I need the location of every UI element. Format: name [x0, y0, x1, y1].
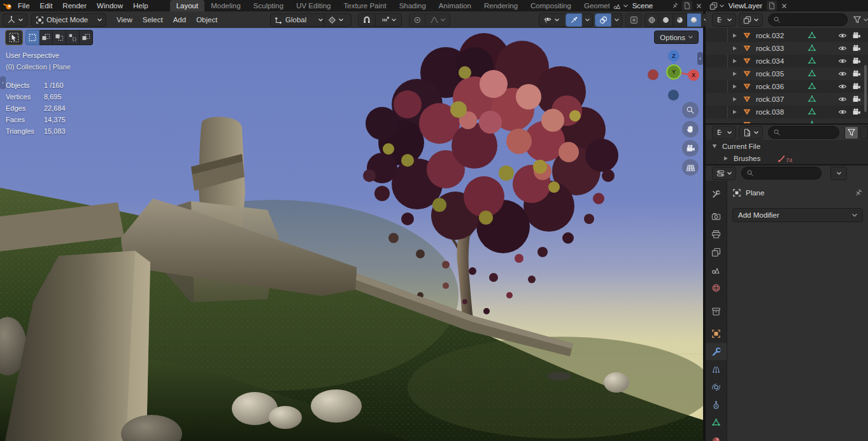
blendfile-filter-button[interactable]: [844, 126, 858, 139]
gizmo-y-axis[interactable]: Y: [666, 64, 681, 80]
transform-orientation-dropdown[interactable]: Global: [270, 13, 327, 27]
menu-add[interactable]: Add: [168, 16, 191, 24]
scene-selector[interactable]: Scene: [611, 1, 707, 11]
shading-material-button[interactable]: [673, 13, 687, 27]
object-name[interactable]: rock.034: [756, 57, 784, 65]
mode-dropdown[interactable]: Object Mode: [31, 13, 106, 27]
select-mode-new[interactable]: [25, 30, 39, 45]
expand-icon[interactable]: [723, 156, 729, 161]
menu-object[interactable]: Object: [191, 16, 222, 24]
visibility-dropdown[interactable]: [539, 13, 568, 27]
workspace-tab-uv-editing[interactable]: UV Editing: [290, 0, 337, 11]
outliner-display-mode-dropdown[interactable]: [739, 13, 763, 27]
outliner-search-input[interactable]: [768, 13, 848, 26]
outliner-editor-type-button[interactable]: [712, 13, 736, 27]
blendfile-display-mode-dropdown[interactable]: [739, 126, 763, 139]
new-viewlayer-button[interactable]: [767, 1, 777, 11]
hide-eye-icon[interactable]: [838, 95, 847, 104]
workspace-tab-sculpting[interactable]: Sculpting: [247, 0, 290, 11]
gizmo-z-axis[interactable]: Z: [668, 50, 679, 62]
disable-render-icon[interactable]: [852, 69, 861, 78]
hide-eye-icon[interactable]: [838, 44, 847, 53]
shading-rendered-button[interactable]: [687, 13, 701, 27]
tab-view-layer[interactable]: [706, 244, 727, 261]
show-gizmo-toggle[interactable]: [566, 13, 582, 27]
hide-eye-icon[interactable]: [838, 108, 847, 116]
tab-material[interactable]: [706, 432, 727, 441]
object-name[interactable]: rock.037: [756, 95, 784, 103]
expand-icon[interactable]: [732, 33, 737, 38]
tab-constraints[interactable]: [706, 396, 727, 414]
pin-icon[interactable]: [854, 188, 863, 197]
tab-scene[interactable]: [706, 262, 727, 279]
tab-object-data[interactable]: [706, 414, 727, 431]
snap-target-dropdown[interactable]: [376, 13, 402, 27]
object-name[interactable]: rock.033: [756, 45, 784, 52]
select-mode-invert[interactable]: [66, 30, 80, 45]
outliner-row[interactable]: rock.034: [706, 55, 868, 67]
workspace-tab-animation[interactable]: Animation: [432, 0, 478, 11]
menu-file[interactable]: File: [13, 2, 35, 10]
clipped-button[interactable]: [860, 126, 868, 139]
blender-logo-icon[interactable]: [3, 1, 13, 11]
expand-icon[interactable]: [732, 46, 737, 51]
blendfile-search-input[interactable]: [768, 126, 839, 139]
object-name[interactable]: rock.035: [756, 70, 784, 78]
menu-edit[interactable]: Edit: [35, 2, 58, 10]
workspace-tab-shading[interactable]: Shading: [393, 0, 432, 11]
collapse-icon[interactable]: [712, 144, 717, 149]
camera-view-button[interactable]: [682, 140, 699, 157]
disable-render-icon[interactable]: [852, 82, 861, 91]
menu-select[interactable]: Select: [138, 16, 168, 24]
scene-name[interactable]: Scene: [630, 2, 668, 10]
outliner-row[interactable]: rock.036: [706, 80, 868, 93]
workspace-tab-rendering[interactable]: Rendering: [478, 0, 524, 11]
viewlayer-selector[interactable]: ViewLayer: [707, 1, 792, 11]
tab-output[interactable]: [706, 226, 727, 243]
current-file-row[interactable]: Current File: [706, 140, 868, 152]
tab-physics[interactable]: [706, 379, 727, 396]
expand-icon[interactable]: [732, 84, 737, 89]
add-modifier-dropdown[interactable]: Add Modifier: [732, 208, 863, 222]
select-mode-intersect[interactable]: [80, 30, 93, 45]
menu-render[interactable]: Render: [57, 2, 92, 10]
workspace-tab-modeling[interactable]: Modeling: [204, 0, 247, 11]
object-name[interactable]: rock.036: [756, 83, 784, 90]
disable-render-icon[interactable]: [852, 95, 861, 104]
viewlayer-name[interactable]: ViewLayer: [726, 2, 765, 10]
gizmo-x-axis[interactable]: X: [688, 69, 699, 81]
select-mode-subtract[interactable]: [53, 30, 66, 45]
expand-icon[interactable]: [732, 109, 737, 115]
properties-editor-type-button[interactable]: [712, 167, 736, 180]
hide-eye-icon[interactable]: [838, 31, 847, 40]
tab-particles[interactable]: [706, 361, 727, 378]
breadcrumb-object-name[interactable]: Plane: [746, 189, 764, 197]
blendfile-editor-type-button[interactable]: [712, 126, 736, 139]
outliner-row-partial[interactable]: [706, 118, 868, 123]
outliner-row[interactable]: rock.038: [706, 106, 868, 118]
select-mode-extend[interactable]: [39, 30, 53, 45]
shading-solid-button[interactable]: [659, 13, 673, 27]
gizmo-x-neg-axis[interactable]: [648, 69, 658, 80]
pivot-point-dropdown[interactable]: [324, 13, 352, 27]
xray-toggle[interactable]: [625, 13, 642, 27]
outliner-scrollbar[interactable]: [864, 65, 867, 112]
pan-button[interactable]: [682, 121, 699, 137]
hide-eye-icon[interactable]: [838, 69, 847, 78]
brushes-label[interactable]: Brushes: [734, 155, 760, 162]
proportional-edit-toggle[interactable]: [409, 13, 425, 27]
sidebar-toggle[interactable]: ‹: [697, 52, 703, 65]
editor-type-button[interactable]: [3, 13, 27, 27]
properties-options-dropdown[interactable]: [830, 167, 847, 180]
outliner-row[interactable]: rock.032: [706, 29, 868, 42]
hide-eye-icon[interactable]: [838, 82, 847, 91]
tab-object[interactable]: [706, 325, 727, 342]
disable-render-icon[interactable]: [852, 108, 861, 116]
gizmo-dropdown[interactable]: [582, 13, 593, 27]
object-name[interactable]: rock.038: [756, 108, 784, 116]
workspace-tab-layout[interactable]: Layout: [170, 0, 205, 11]
workspace-tab-geometry-nodes[interactable]: Geometry Nodes: [578, 0, 609, 11]
outliner-row[interactable]: rock.037: [706, 93, 868, 106]
show-overlays-toggle[interactable]: [595, 13, 611, 27]
expand-icon[interactable]: [732, 59, 737, 64]
